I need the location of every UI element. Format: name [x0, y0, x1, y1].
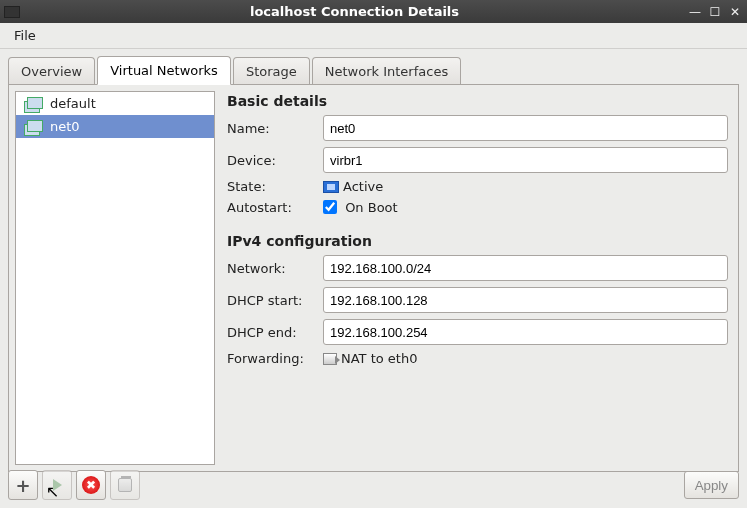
bottom-toolbar: + ✖ Apply ↖: [8, 468, 739, 502]
trash-icon: [118, 478, 132, 492]
basic-details-grid: Name: Device: State: Active Autostart: O…: [227, 115, 728, 215]
maximize-button[interactable]: ☐: [707, 4, 723, 20]
titlebar: localhost Connection Details — ☐ ✕: [0, 0, 747, 23]
device-label: Device:: [227, 153, 317, 168]
menubar: File: [0, 23, 747, 49]
network-item-label: default: [50, 96, 96, 111]
ipv4-grid: Network: DHCP start: DHCP end: Forwardin…: [227, 255, 728, 366]
autostart-text: On Boot: [345, 200, 398, 215]
dhcp-end-input[interactable]: [323, 319, 728, 345]
apply-button[interactable]: Apply: [684, 471, 739, 499]
network-icon: [24, 97, 42, 111]
dhcp-end-label: DHCP end:: [227, 325, 317, 340]
dhcp-start-label: DHCP start:: [227, 293, 317, 308]
play-icon: [53, 479, 62, 491]
tab-row: Overview Virtual Networks Storage Networ…: [0, 49, 747, 84]
network-input[interactable]: [323, 255, 728, 281]
plus-icon: +: [15, 475, 30, 496]
stop-icon: ✖: [82, 476, 100, 494]
forwarding-label: Forwarding:: [227, 351, 317, 366]
tab-network-interfaces[interactable]: Network Interfaces: [312, 57, 461, 85]
nat-icon: [323, 353, 337, 365]
forwarding-value: NAT to eth0: [323, 351, 728, 366]
tab-content: default net0 Basic details Name: Device:…: [8, 84, 739, 472]
name-label: Name:: [227, 121, 317, 136]
autostart-checkbox[interactable]: [323, 200, 337, 214]
start-network-button[interactable]: [42, 470, 72, 500]
ipv4-heading: IPv4 configuration: [227, 233, 728, 249]
close-button[interactable]: ✕: [727, 4, 743, 20]
stop-network-button[interactable]: ✖: [76, 470, 106, 500]
autostart-row: On Boot: [323, 200, 728, 215]
basic-details-heading: Basic details: [227, 93, 728, 109]
autostart-label: Autostart:: [227, 200, 317, 215]
delete-network-button[interactable]: [110, 470, 140, 500]
name-input[interactable]: [323, 115, 728, 141]
minimize-button[interactable]: —: [687, 4, 703, 20]
device-input[interactable]: [323, 147, 728, 173]
app-icon: [4, 6, 20, 18]
window-title: localhost Connection Details: [26, 4, 683, 19]
tab-overview[interactable]: Overview: [8, 57, 95, 85]
tab-storage[interactable]: Storage: [233, 57, 310, 85]
detail-pane: Basic details Name: Device: State: Activ…: [219, 85, 738, 471]
dhcp-start-input[interactable]: [323, 287, 728, 313]
monitor-icon: [323, 181, 339, 193]
state-label: State:: [227, 179, 317, 194]
network-list: default net0: [15, 91, 215, 465]
tab-virtual-networks[interactable]: Virtual Networks: [97, 56, 231, 85]
state-value: Active: [323, 179, 728, 194]
network-item-default[interactable]: default: [16, 92, 214, 115]
add-network-button[interactable]: +: [8, 470, 38, 500]
menu-file[interactable]: File: [6, 25, 44, 46]
network-icon: [24, 120, 42, 134]
network-item-net0[interactable]: net0: [16, 115, 214, 138]
network-label: Network:: [227, 261, 317, 276]
network-item-label: net0: [50, 119, 80, 134]
